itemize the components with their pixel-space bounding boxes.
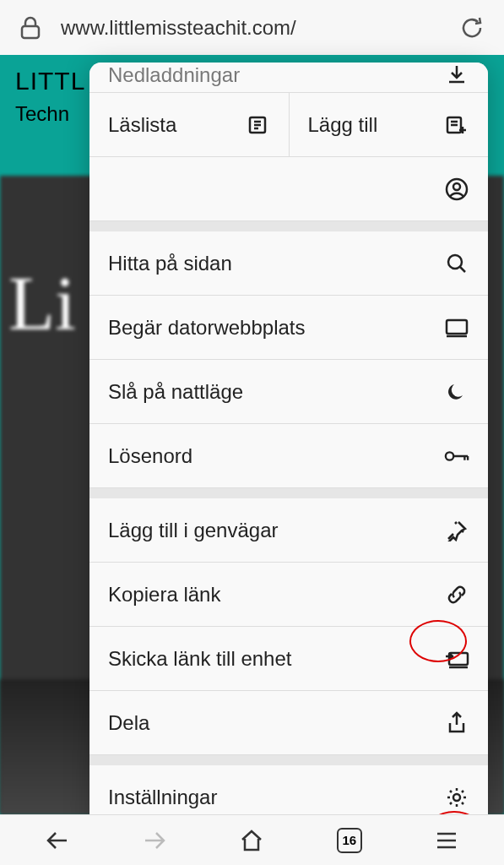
menu-divider	[89, 488, 488, 498]
svg-rect-6	[447, 320, 467, 334]
menu-item-add-to[interactable]: Lägg till	[290, 93, 489, 156]
desktop-icon	[444, 315, 469, 340]
send-device-icon	[444, 646, 469, 672]
menu-item-night-mode[interactable]: Slå på nattläge	[89, 360, 488, 424]
svg-point-4	[453, 183, 460, 190]
search-icon	[444, 251, 469, 276]
bottom-toolbar: 16	[0, 814, 504, 865]
menu-item-downloads[interactable]: Nedladdningar	[89, 63, 488, 93]
svg-point-7	[446, 452, 453, 460]
reading-list-icon	[245, 112, 270, 138]
menu-label: Läslista	[108, 113, 245, 137]
menu-label: Begär datorwebbplats	[108, 316, 444, 340]
tab-count: 16	[337, 828, 362, 853]
hero-text: Li	[8, 260, 76, 347]
account-icon	[444, 177, 469, 202]
menu-label: Dela	[108, 711, 444, 735]
svg-point-5	[448, 255, 462, 269]
add-reading-icon	[444, 112, 469, 138]
url-text[interactable]: www.littlemissteachit.com/	[61, 16, 440, 40]
forward-button[interactable]	[138, 824, 171, 857]
browser-menu: Nedladdningar Läslista Lägg till Hitta p…	[89, 63, 488, 830]
menu-row-reading: Läslista Lägg till	[89, 93, 488, 157]
gear-icon	[444, 785, 469, 810]
menu-button[interactable]	[430, 824, 463, 857]
menu-label: Hitta på sidan	[108, 252, 444, 275]
menu-item-account[interactable]	[89, 157, 488, 221]
menu-label: Lösenord	[108, 444, 444, 468]
menu-label: Kopiera länk	[108, 583, 444, 607]
menu-item-reading-list[interactable]: Läslista	[89, 93, 290, 156]
menu-label: Nedladdningar	[108, 63, 444, 87]
key-icon	[444, 443, 469, 469]
pin-icon	[444, 518, 469, 543]
menu-item-find[interactable]: Hitta på sidan	[89, 231, 488, 296]
reload-icon[interactable]	[457, 13, 487, 43]
svg-rect-0	[22, 26, 39, 38]
menu-item-passwords[interactable]: Lösenord	[89, 424, 488, 488]
home-button[interactable]	[235, 824, 268, 857]
share-icon	[444, 710, 469, 736]
lock-icon[interactable]	[17, 14, 44, 41]
menu-label: Lägg till	[308, 113, 445, 137]
menu-item-shortcuts[interactable]: Lägg till i genvägar	[89, 498, 488, 563]
menu-label: Lägg till i genvägar	[108, 519, 444, 542]
download-icon	[444, 63, 469, 87]
link-icon	[444, 582, 469, 607]
moon-icon	[444, 379, 469, 405]
menu-label: Skicka länk till enhet	[108, 647, 444, 671]
menu-divider	[89, 755, 488, 765]
back-button[interactable]	[41, 824, 74, 857]
menu-divider	[89, 221, 488, 231]
menu-item-send-to-device[interactable]: Skicka länk till enhet	[89, 627, 488, 691]
menu-label: Inställningar	[108, 786, 444, 809]
tabs-button[interactable]: 16	[333, 824, 366, 857]
svg-point-9	[453, 794, 460, 801]
menu-item-copy-link[interactable]: Kopiera länk	[89, 563, 488, 627]
menu-item-share[interactable]: Dela	[89, 691, 488, 755]
address-bar: www.littlemissteachit.com/	[0, 0, 504, 55]
menu-label: Slå på nattläge	[108, 380, 444, 404]
menu-item-desktop-site[interactable]: Begär datorwebbplats	[89, 296, 488, 360]
